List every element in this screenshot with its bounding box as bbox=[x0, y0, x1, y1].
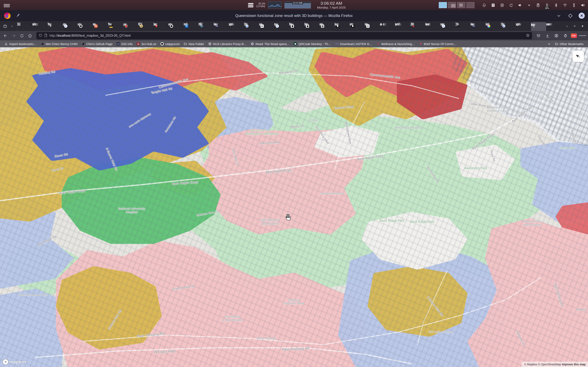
tab-19-moc[interactable]: Moc bbox=[289, 21, 304, 31]
bookmark-wei-chien-benny-chin[interactable]: Wei Chien Benny CHIN bbox=[39, 41, 79, 47]
downloads-icon[interactable] bbox=[544, 32, 551, 39]
tab-15-keple[interactable]: Keple bbox=[229, 21, 244, 31]
new-tab-button[interactable]: + bbox=[571, 23, 578, 30]
system-menu-icon[interactable] bbox=[4, 3, 10, 8]
tab-9-ucs[interactable]: @UCS bbox=[138, 21, 153, 31]
extensions-icon[interactable] bbox=[562, 32, 569, 39]
bookmark-new-folder[interactable]: New Folder bbox=[182, 41, 206, 47]
tab-6-jou[interactable]: SJRJou bbox=[93, 21, 108, 31]
pwa-badge[interactable]: PWA bbox=[571, 33, 577, 38]
bluetooth-icon[interactable] bbox=[554, 3, 558, 7]
compass-control[interactable] bbox=[572, 50, 584, 62]
mapbox-logo[interactable]: mapbox bbox=[2, 359, 27, 365]
reload-button[interactable] bbox=[18, 32, 25, 39]
url-bar[interactable]: http://localhost:8000/test_mapbox_3d_202… bbox=[36, 32, 532, 39]
bookmark-chin-s-github-page[interactable]: Chin's Github Page bbox=[80, 41, 115, 47]
volume-icon[interactable] bbox=[518, 3, 522, 7]
tab-25-the-co[interactable]: The co bbox=[380, 21, 395, 31]
bookmark-download-aster-g-[interactable]: Download | ASTER G… bbox=[333, 41, 374, 47]
close-tab-icon[interactable]: × bbox=[533, 25, 535, 28]
volume2-icon[interactable] bbox=[581, 3, 585, 7]
workspace-4[interactable] bbox=[466, 2, 475, 8]
system-clock[interactable]: 3:06:02 AM Monday, 7 April 2025 bbox=[317, 1, 346, 9]
battery-icon[interactable]: 38% bbox=[545, 3, 549, 7]
tab-5-wcc[interactable]: wcc bbox=[78, 21, 93, 31]
tab-36-flowm[interactable]: Flowm bbox=[546, 21, 561, 31]
tab-28-week[interactable]: Week bbox=[425, 21, 440, 31]
home-button[interactable] bbox=[26, 32, 34, 39]
tab-17-jun[interactable]: WJun bbox=[259, 21, 274, 31]
bookmark-gis-info[interactable]: GISGIS Info bbox=[114, 41, 135, 47]
tab-20-ord[interactable]: Ord bbox=[304, 21, 320, 31]
tab-27-138[interactable]: ◆138 bbox=[410, 21, 425, 31]
tab-31-hea[interactable]: GISHea bbox=[471, 21, 486, 31]
bookmark-brief-sense-of-comm-[interactable]: ΨBrief Sense Of Comm… bbox=[417, 41, 459, 47]
tab-26-stanfo[interactable]: Stanfo bbox=[395, 21, 410, 31]
url-text[interactable]: http://localhost:8000/test_mapbox_3d_202… bbox=[49, 34, 524, 38]
tab-2-welco[interactable]: Welco bbox=[33, 21, 48, 31]
bookmark-qrcode-monkey-th-[interactable]: QRCode Monkey - Th… bbox=[292, 41, 333, 47]
keyboard-icon[interactable] bbox=[491, 3, 495, 7]
bookmark-nus-libraries-proxy-b-[interactable]: NUS Libraries Proxy B… bbox=[206, 41, 249, 47]
bookmark-sci-hub-se[interactable]: SCIHUBSci-Hub.se bbox=[135, 41, 158, 47]
improve-map-link[interactable]: Improve this map bbox=[562, 363, 586, 366]
tab-18-jour[interactable]: Gjour bbox=[274, 21, 289, 31]
tab-10-cen[interactable]: Cen bbox=[153, 21, 168, 31]
pin-icon[interactable] bbox=[16, 13, 20, 18]
list-all-tabs-button[interactable]: ▾ bbox=[579, 23, 586, 30]
undo-icon[interactable] bbox=[509, 3, 513, 7]
workspace-3[interactable] bbox=[457, 2, 465, 8]
scroll-tabs-left-button[interactable]: ‹ bbox=[9, 23, 16, 30]
tab-30-chi[interactable]: ♞Chi bbox=[456, 21, 471, 31]
tab-35-que[interactable]: Que× bbox=[531, 22, 546, 31]
bookmarks-overflow-chevron[interactable]: » bbox=[546, 41, 552, 47]
tab-22-qua[interactable]: Qua bbox=[335, 21, 350, 31]
app-menu-icon[interactable] bbox=[579, 32, 586, 39]
osm-attribution-link[interactable]: © OpenStreetMap bbox=[538, 363, 561, 366]
other-bookmarks-folder[interactable]: Other Bookmarks bbox=[553, 41, 586, 47]
workspace-1[interactable] bbox=[439, 2, 447, 8]
forward-button[interactable] bbox=[10, 32, 17, 39]
bell-icon[interactable] bbox=[482, 3, 486, 7]
bookmark-star-icon[interactable] bbox=[526, 33, 530, 38]
maximize-button[interactable] bbox=[567, 13, 573, 19]
back-button[interactable] bbox=[2, 32, 9, 39]
tab-23-bro[interactable]: bro bbox=[350, 21, 365, 31]
page-info-icon[interactable] bbox=[44, 34, 47, 38]
bookmark-read-the-read-opera-[interactable]: Read: The Read opera… bbox=[249, 41, 292, 47]
tab-29-map[interactable]: Gmap bbox=[440, 21, 456, 31]
wifi-icon[interactable] bbox=[563, 3, 567, 7]
tab-4-loc[interactable]: GLoc bbox=[63, 21, 78, 31]
tab-11-wcc[interactable]: wcc bbox=[168, 21, 183, 31]
tab-3-the[interactable]: PThe bbox=[48, 21, 63, 31]
minimize-button[interactable] bbox=[556, 13, 562, 19]
workspace-2[interactable] bbox=[448, 2, 456, 8]
firefox-view-button[interactable] bbox=[2, 23, 9, 30]
mapbox-attribution-link[interactable]: © Mapbox bbox=[524, 363, 537, 366]
tab-12--nik[interactable]: in#nik bbox=[183, 21, 199, 31]
close-button[interactable]: ✕ bbox=[579, 13, 585, 19]
shield-icon[interactable] bbox=[39, 34, 42, 38]
clipboard-icon[interactable] bbox=[536, 3, 540, 7]
layers-icon[interactable] bbox=[248, 2, 253, 8]
tab-7-the[interactable]: The bbox=[108, 21, 123, 31]
tab-16-clin[interactable]: Clin bbox=[244, 21, 259, 31]
tab-21-bro[interactable]: bro bbox=[320, 21, 335, 31]
tab-1-d2[interactable]: D2 bbox=[17, 21, 33, 31]
firefox-logo-icon[interactable] bbox=[4, 12, 11, 19]
account-icon[interactable] bbox=[553, 32, 560, 39]
tab-33-clin[interactable]: Clin bbox=[501, 21, 516, 31]
tab-32-bok[interactable]: Bok bbox=[486, 21, 501, 31]
bookmark-catppuccin[interactable]: catppuccin bbox=[158, 41, 182, 47]
bookmark-import-bookmarks-[interactable]: Import bookmarks… bbox=[2, 41, 39, 47]
caret-icon[interactable] bbox=[527, 3, 531, 7]
scroll-tabs-right-button[interactable]: › bbox=[563, 23, 571, 30]
tab-34-keple[interactable]: Keple bbox=[516, 21, 531, 31]
tab-8-luc[interactable]: Luc bbox=[123, 21, 138, 31]
tab-13-osf[interactable]: OSF bbox=[199, 21, 214, 31]
tab-24-bay[interactable]: WBay bbox=[365, 21, 380, 31]
lock-power-icon[interactable] bbox=[572, 3, 576, 7]
face-icon[interactable] bbox=[500, 3, 504, 7]
pocket-icon[interactable] bbox=[535, 32, 542, 39]
tab-14-hea[interactable]: GISHea bbox=[214, 21, 229, 31]
